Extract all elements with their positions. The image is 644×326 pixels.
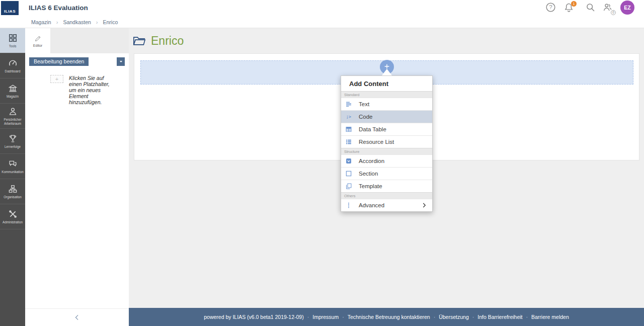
chevron-left-icon	[73, 314, 80, 321]
footer-powered-by: powered by ILIAS (v6.0 beta1 2019-12-09)	[204, 314, 303, 320]
footer: powered by ILIAS (v6.0 beta1 2019-12-09)…	[129, 308, 644, 326]
menu-item-advanced[interactable]: Advanced	[341, 199, 432, 211]
notification-badge: 1	[571, 1, 577, 7]
menu-section-label: Standard	[344, 93, 359, 97]
orgchart-icon	[8, 184, 18, 194]
add-content-menu-title: Add Content	[341, 76, 432, 91]
help-circle-icon	[545, 2, 556, 13]
menu-item-accordion[interactable]: Accordion	[341, 154, 432, 167]
footer-link-impressum[interactable]: Impressum	[312, 314, 339, 320]
footer-separator: ·	[526, 314, 528, 320]
editor-actions: Bearbeitung beenden	[29, 57, 125, 66]
dots-vertical-icon	[345, 202, 352, 209]
search-button[interactable]	[584, 2, 596, 14]
menu-section-standard: Standard	[341, 91, 432, 98]
menu-item-label: Accordion	[359, 158, 384, 164]
menu-item-label: Resource List	[359, 139, 394, 145]
folder-icon	[133, 36, 146, 46]
top-header: ILIAS ILIAS 6 Evaluation 1 0 EZ	[0, 0, 644, 16]
add-content-menu-body: Standard Text Code Data Table Resource L…	[341, 91, 432, 211]
tab-editor[interactable]: Editor	[25, 28, 50, 53]
ilias-logo-text: ILIAS	[4, 9, 16, 14]
breadcrumb-item-enrico[interactable]: Enrico	[103, 19, 118, 25]
sidebar-item-label: Dashboard	[5, 69, 21, 73]
help-button[interactable]	[544, 2, 556, 14]
notifications-button[interactable]: 1	[562, 2, 575, 14]
sidebar-item-label: Organisation	[3, 195, 22, 199]
menu-item-label: Data Table	[359, 126, 386, 132]
sidebar-item-lernerfolge[interactable]: Lernerfolge	[0, 129, 25, 154]
sidebar-item-dashboard[interactable]: Dashboard	[0, 53, 25, 78]
add-content-menu: Add Content Standard Text Code Data Tabl…	[341, 75, 433, 212]
sidebar-item-label: Persönlicher Arbeitsraum	[0, 118, 25, 126]
sidebar-items: Tools Dashboard Magazin Persönlicher Arb…	[0, 28, 25, 229]
sidebar-item-kommunikation[interactable]: Kommunikation	[0, 154, 25, 179]
menu-item-label: Section	[359, 171, 378, 177]
gauge-icon	[8, 58, 18, 68]
menu-item-label: Advanced	[359, 202, 384, 208]
footer-link-info-barrierefreiheit[interactable]: Info Barrierefreiheit	[477, 314, 522, 320]
grid-icon	[8, 33, 18, 43]
breadcrumb-item-sandkasten[interactable]: Sandkasten	[63, 19, 91, 25]
menu-item-template[interactable]: Template	[341, 180, 432, 192]
sidebar-item-tools[interactable]: Tools	[0, 28, 25, 53]
app-title: ILIAS 6 Evaluation	[29, 0, 88, 16]
crossed-tools-icon	[8, 209, 18, 219]
placeholder-add-box[interactable]: +	[50, 75, 63, 83]
sidebar-item-organisation[interactable]: Organisation	[0, 179, 25, 204]
page-title: Enrico	[151, 34, 184, 48]
footer-separator: ·	[434, 314, 436, 320]
breadcrumb-separator: ›	[56, 19, 58, 25]
menu-caret	[382, 69, 392, 75]
menu-item-label: Code	[359, 114, 373, 120]
page-title-block: Enrico	[133, 34, 184, 48]
sidebar-item-magazin[interactable]: Magazin	[0, 78, 25, 104]
chevron-right-icon	[421, 202, 427, 208]
sidebar-item-label: Tools	[9, 44, 17, 48]
menu-item-label: Template	[359, 183, 382, 189]
app-root: ILIAS ILIAS 6 Evaluation 1 0 EZ Magazin›…	[0, 0, 644, 326]
menu-item-section[interactable]: Section	[341, 167, 432, 180]
footer-link-technische-betreuung-kontaktieren[interactable]: Technische Betreuung kontaktieren	[348, 314, 430, 320]
section-icon	[345, 170, 352, 177]
footer-link-barriere-melden[interactable]: Barriere melden	[531, 314, 569, 320]
contacts-badge: 0	[611, 10, 616, 15]
resource-list-icon	[345, 138, 352, 145]
finish-editing-dropdown-toggle[interactable]	[117, 57, 125, 66]
footer-link-übersetzung[interactable]: Übersetzung	[439, 314, 469, 320]
sidebar-item-label: Kommunikation	[1, 170, 24, 174]
sidebar-item-administration[interactable]: Administration	[0, 204, 25, 229]
sidebar-item-arbeitsraum[interactable]: Persönlicher Arbeitsraum	[0, 104, 25, 129]
breadcrumb-separator: ›	[96, 19, 98, 25]
editor-hint-text: Klicken Sie auf einen Platzhalter, um ei…	[69, 75, 118, 105]
sidebar-item-label: Administration	[2, 220, 23, 224]
breadcrumb-bar: Magazin›Sandkasten›Enrico	[0, 16, 644, 28]
contacts-button[interactable]: 0	[601, 2, 613, 14]
menu-item-text[interactable]: Text	[341, 98, 432, 110]
person-icon	[8, 107, 18, 116]
trophy-icon	[8, 134, 18, 143]
footer-separator: ·	[307, 314, 309, 320]
pencil-icon	[34, 35, 42, 42]
bank-icon	[8, 84, 18, 93]
editor-hint-row: + Klicken Sie auf einen Platzhalter, um …	[25, 75, 129, 105]
ilias-logo[interactable]: ILIAS	[1, 1, 19, 15]
menu-section-label: Structure	[344, 149, 359, 154]
chat-icon	[8, 159, 18, 169]
menu-section-others: Others	[341, 192, 432, 199]
panel-collapse-button[interactable]	[25, 308, 129, 326]
menu-item-data-table[interactable]: Data Table	[341, 123, 432, 135]
text-lines-icon	[345, 101, 352, 108]
breadcrumb-item-magazin[interactable]: Magazin	[31, 19, 51, 25]
menu-section-structure: Structure	[341, 148, 432, 154]
sidebar-item-label: Magazin	[6, 95, 19, 99]
menu-section-label: Others	[344, 194, 356, 198]
editor-panel: Editor Bearbeitung beenden + Klicken Sie…	[25, 28, 129, 326]
user-avatar[interactable]: EZ	[620, 1, 634, 15]
finish-editing-button[interactable]: Bearbeitung beenden	[29, 57, 89, 66]
menu-item-code[interactable]: Code	[341, 110, 432, 123]
main-sidebar: Tools Dashboard Magazin Persönlicher Arb…	[0, 28, 25, 326]
plus-glyph: +	[55, 76, 58, 82]
menu-item-resource-list[interactable]: Resource List	[341, 135, 432, 148]
data-table-icon	[345, 126, 352, 133]
